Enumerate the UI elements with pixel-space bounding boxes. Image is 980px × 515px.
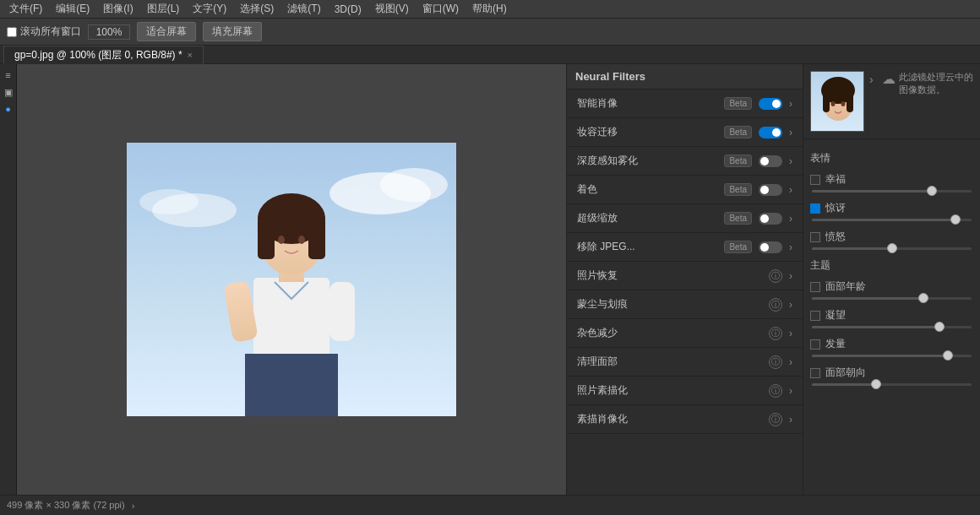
menu-3d[interactable]: 3D(D) (329, 2, 368, 17)
menu-view[interactable]: 视图(V) (369, 0, 415, 18)
toolbar: 滚动所有窗口 适合屏幕 填充屏幕 (0, 19, 980, 46)
filter-info-photo-restore[interactable]: ⓘ (769, 269, 782, 283)
zoom-input[interactable] (88, 24, 130, 40)
filter-arrow-noise-reduce: › (789, 328, 792, 339)
filter-name-smart-portrait: 智能肖像 (577, 96, 717, 111)
side-tool-active[interactable]: ● (1, 101, 16, 117)
filter-toggle-super-zoom[interactable] (759, 213, 782, 225)
filter-info-noise-reduce[interactable]: ⓘ (769, 327, 782, 340)
filter-toggle-makeup[interactable] (759, 127, 782, 138)
filter-arrow-sketch-portrait: › (789, 414, 792, 426)
svg-rect-11 (308, 217, 325, 259)
filter-item-face-clean[interactable]: 清理面部 ⓘ › (567, 348, 803, 377)
slider-gaze: 凝望 (810, 308, 973, 328)
filter-info-sketch-portrait[interactable]: ⓘ (769, 413, 782, 426)
menu-image[interactable]: 图像(I) (97, 0, 139, 18)
fill-hair (812, 355, 948, 357)
thumb-face-direction[interactable] (871, 379, 881, 389)
filter-arrow-smart-portrait: › (789, 98, 792, 110)
scroll-all-label: 滚动所有窗口 (20, 24, 81, 39)
side-tool-mask[interactable]: ▣ (1, 84, 16, 100)
svg-point-4 (139, 189, 199, 214)
track-surprise[interactable] (812, 219, 972, 221)
checkbox-surprise[interactable] (810, 203, 820, 214)
filter-badge-colorize: Beta (724, 183, 752, 196)
tab-close-button[interactable]: × (188, 50, 193, 60)
filter-item-depth-fog[interactable]: 深度感知雾化 Beta › (567, 147, 803, 176)
filter-item-noise-reduce[interactable]: 杂色减少 ⓘ › (567, 319, 803, 348)
filter-toggle-smart-portrait[interactable] (759, 98, 782, 110)
filter-info-photo-sketch[interactable]: ⓘ (769, 384, 782, 398)
status-info: 499 像素 × 330 像素 (72 ppi) (7, 499, 125, 512)
thumb-anger[interactable] (887, 243, 897, 253)
track-face-age[interactable] (812, 297, 972, 300)
menu-help[interactable]: 帮助(H) (466, 0, 513, 18)
menu-filter[interactable]: 滤镜(T) (281, 0, 326, 18)
neural-filters-scroll[interactable]: 智能肖像 Beta › 妆容迁移 Beta › 深度感知雾化 Beta (567, 89, 803, 495)
track-hair[interactable] (812, 355, 972, 357)
canvas-svg (127, 143, 456, 416)
svg-point-21 (831, 101, 836, 106)
menu-edit[interactable]: 编辑(E) (50, 0, 95, 18)
label-anger: 愤怒 (825, 230, 846, 244)
fit-screen-button[interactable]: 适合屏幕 (137, 22, 196, 41)
menu-text[interactable]: 文字(Y) (187, 0, 232, 18)
main-tab[interactable]: gp=0.jpg @ 100% (图层 0, RGB/8#) * × (3, 46, 204, 64)
side-tool-filter[interactable]: ≡ (1, 68, 16, 83)
right-scroll[interactable]: 表情 幸福 惊讶 (803, 139, 980, 495)
filter-arrow-face-clean: › (789, 356, 792, 368)
track-face-direction[interactable] (812, 383, 972, 386)
portrait-expand-button[interactable]: › (868, 71, 875, 88)
menu-file[interactable]: 文件(F) (3, 0, 48, 18)
filter-info-face-clean[interactable]: ⓘ (769, 355, 782, 369)
track-happiness[interactable] (812, 190, 972, 192)
svg-point-13 (298, 236, 305, 244)
filter-arrow-super-zoom: › (789, 213, 792, 225)
label-gaze: 凝望 (825, 308, 846, 323)
checkbox-anger[interactable] (810, 232, 820, 242)
checkbox-happiness[interactable] (810, 175, 820, 185)
scroll-all-windows-checkbox[interactable]: 滚动所有窗口 (7, 24, 81, 39)
thumb-face-age[interactable] (918, 293, 928, 303)
thumb-happiness[interactable] (927, 186, 937, 196)
filter-toggle-remove-jpeg[interactable] (759, 241, 782, 253)
menu-select[interactable]: 选择(S) (234, 0, 280, 18)
menu-window[interactable]: 窗口(W) (416, 0, 465, 18)
section-title-subject: 主题 (810, 258, 973, 273)
filter-toggle-colorize[interactable] (759, 184, 782, 196)
fill-screen-button[interactable]: 填充屏幕 (203, 22, 262, 41)
checkbox-face-age[interactable] (810, 282, 820, 292)
checkbox-gaze[interactable] (810, 311, 820, 321)
checkbox-hair[interactable] (810, 339, 820, 350)
filter-info-dust-scratch[interactable]: ⓘ (769, 298, 782, 312)
checkbox-face-direction[interactable] (810, 368, 820, 378)
filter-item-makeup[interactable]: 妆容迁移 Beta › (567, 118, 803, 147)
filter-item-photo-sketch[interactable]: 照片素描化 ⓘ › (567, 377, 803, 405)
portrait-svg (811, 72, 864, 132)
track-anger[interactable] (812, 247, 972, 250)
filter-arrow-photo-sketch: › (789, 385, 792, 397)
filter-item-sketch-portrait[interactable]: 素描肖像化 ⓘ › (567, 405, 803, 434)
status-arrow[interactable]: › (132, 501, 135, 511)
menu-layer[interactable]: 图层(L) (141, 0, 186, 18)
thumb-surprise[interactable] (950, 214, 961, 225)
filter-name-remove-jpeg: 移除 JPEG... (577, 240, 717, 254)
filter-name-colorize: 着色 (577, 182, 717, 197)
svg-rect-20 (847, 89, 853, 112)
fill-surprise (812, 219, 956, 221)
thumb-hair[interactable] (943, 350, 953, 360)
filter-item-dust-scratch[interactable]: 蒙尘与划痕 ⓘ › (567, 290, 803, 319)
thumb-gaze[interactable] (934, 322, 945, 332)
filter-item-super-zoom[interactable]: 超级缩放 Beta › (567, 204, 803, 233)
filter-toggle-depth-fog[interactable] (759, 155, 782, 167)
svg-rect-5 (253, 278, 329, 362)
filter-arrow-photo-restore: › (789, 270, 792, 282)
filter-item-remove-jpeg[interactable]: 移除 JPEG... Beta › (567, 233, 803, 262)
canvas-area[interactable] (17, 64, 566, 495)
menubar: 文件(F) 编辑(E) 图像(I) 图层(L) 文字(Y) 选择(S) 滤镜(T… (0, 0, 980, 19)
filter-item-colorize[interactable]: 着色 Beta › (567, 176, 803, 204)
track-gaze[interactable] (812, 326, 972, 328)
filter-item-smart-portrait[interactable]: 智能肖像 Beta › (567, 89, 803, 118)
filter-badge-super-zoom: Beta (724, 212, 752, 225)
filter-item-photo-restore[interactable]: 照片恢复 ⓘ › (567, 262, 803, 290)
